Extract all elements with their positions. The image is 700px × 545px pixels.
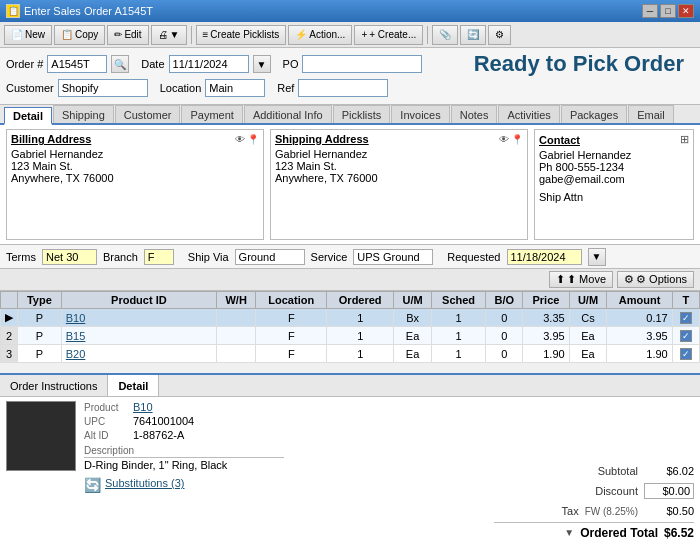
checkbox-2[interactable]: ✓	[680, 330, 692, 342]
maximize-button[interactable]: □	[660, 4, 676, 18]
date-input[interactable]	[169, 55, 249, 73]
refresh-button[interactable]: 🔄	[460, 25, 486, 45]
contact-name: Gabriel Hernandez	[539, 149, 689, 161]
tab-notes[interactable]: Notes	[451, 105, 498, 123]
branch-input[interactable]	[144, 249, 174, 265]
row-product-3[interactable]: B20	[61, 345, 216, 363]
table-row[interactable]: 3 P B20 F 1 Ea 1 0 1.90 Ea 1.90 ✓	[1, 345, 700, 363]
options-button[interactable]: ⚙ ⚙ Options	[617, 271, 694, 288]
settings-button[interactable]: ⚙	[488, 25, 511, 45]
minimize-button[interactable]: ─	[642, 4, 658, 18]
ref-input[interactable]	[298, 79, 388, 97]
action-button[interactable]: ⚡ Action...	[288, 25, 352, 45]
tab-shipping[interactable]: Shipping	[53, 105, 114, 123]
terms-input[interactable]	[42, 249, 97, 265]
po-input[interactable]	[302, 55, 422, 73]
row-t-1[interactable]: ✓	[672, 309, 699, 327]
upc-value: 7641001004	[133, 415, 194, 427]
row-t-3[interactable]: ✓	[672, 345, 699, 363]
row-um2-2: Ea	[569, 327, 607, 345]
row-um2-3: Ea	[569, 345, 607, 363]
discount-input[interactable]	[644, 483, 694, 499]
row-sched-3: 1	[431, 345, 485, 363]
table-row[interactable]: 2 P B15 F 1 Ea 1 0 3.95 Ea 3.95 ✓	[1, 327, 700, 345]
row-price-1: 3.35	[523, 309, 569, 327]
row-selector-3[interactable]: 3	[1, 345, 18, 363]
row-bo-1: 0	[486, 309, 523, 327]
substitutions-icon: 🔄	[84, 477, 101, 493]
contact-email: gabe@email.com	[539, 173, 689, 185]
contact-box: Contact ⊞ Gabriel Hernandez Ph 800-555-1…	[534, 129, 694, 240]
billing-pin-icon[interactable]: 📍	[247, 134, 259, 145]
edit-button[interactable]: ✏ Edit	[107, 25, 148, 45]
tab-customer[interactable]: Customer	[115, 105, 181, 123]
billing-eye-icon[interactable]: 👁	[235, 134, 245, 145]
tab-packages[interactable]: Packages	[561, 105, 627, 123]
requested-input[interactable]	[507, 249, 582, 265]
shipvia-input[interactable]	[235, 249, 305, 265]
tab-invoices[interactable]: Invoices	[391, 105, 449, 123]
tab-additional-info[interactable]: Additional Info	[244, 105, 332, 123]
checkbox-1[interactable]: ✓	[680, 312, 692, 324]
subtotal-value: $6.02	[644, 465, 694, 477]
shipping-pin-icon[interactable]: 📍	[511, 134, 523, 145]
location-input[interactable]	[205, 79, 265, 97]
addresses-area: Billing Address 👁 📍 Gabriel Hernandez 12…	[0, 125, 700, 245]
move-button[interactable]: ⬆ ⬆ Move	[549, 271, 613, 288]
row-selector-2[interactable]: 2	[1, 327, 18, 345]
bottom-content: Product B10 UPC 7641001004 Alt ID 1-8876…	[0, 397, 700, 545]
date-picker-button[interactable]: ▼	[253, 55, 271, 73]
service-input[interactable]	[353, 249, 433, 265]
table-row[interactable]: ▶ P B10 F 1 Bx 1 0 3.35 Cs 0.17 ✓	[1, 309, 700, 327]
customer-label: Customer	[6, 82, 54, 94]
product-label: Product	[84, 402, 129, 413]
tab-payment[interactable]: Payment	[181, 105, 242, 123]
new-button[interactable]: 📄 New	[4, 25, 52, 45]
edit-icon: ✏	[114, 29, 122, 40]
bottom-tab-detail[interactable]: Detail	[108, 375, 159, 396]
checkbox-3[interactable]: ✓	[680, 348, 692, 360]
po-label: PO	[283, 58, 299, 70]
row-product-1[interactable]: B10	[61, 309, 216, 327]
substitutions-link[interactable]: Substitutions (3)	[105, 477, 184, 489]
row-t-2[interactable]: ✓	[672, 327, 699, 345]
ready-to-pick-label: Ready to Pick Order	[426, 52, 694, 76]
requested-date-picker[interactable]: ▼	[588, 248, 606, 266]
order-search-button[interactable]: 🔍	[111, 55, 129, 73]
product-link[interactable]: B10	[133, 401, 153, 413]
contact-title: Contact	[539, 134, 580, 146]
print-button[interactable]: 🖨 ▼	[151, 25, 187, 45]
billing-name: Gabriel Hernandez	[11, 148, 259, 160]
billing-address-box: Billing Address 👁 📍 Gabriel Hernandez 12…	[6, 129, 264, 240]
order-table-area: Type Product ID W/H Location Ordered U/M…	[0, 291, 700, 375]
shipping-eye-icon[interactable]: 👁	[499, 134, 509, 145]
paperclip-button[interactable]: 📎	[432, 25, 458, 45]
col-type: Type	[18, 292, 62, 309]
shipping-street: 123 Main St.	[275, 160, 523, 172]
tab-detail[interactable]: Detail	[4, 107, 52, 125]
product-image	[6, 401, 76, 471]
service-label: Service	[311, 251, 348, 263]
tab-email[interactable]: Email	[628, 105, 674, 123]
close-button[interactable]: ✕	[678, 4, 694, 18]
location-label: Location	[160, 82, 202, 94]
order-input[interactable]	[47, 55, 107, 73]
tab-activities[interactable]: Activities	[498, 105, 559, 123]
ordered-total-value: $6.52	[664, 526, 694, 540]
copy-button[interactable]: 📋 Copy	[54, 25, 105, 45]
tab-picklists[interactable]: Picklists	[333, 105, 391, 123]
subtotal-label: Subtotal	[598, 465, 638, 477]
row-selector-1[interactable]: ▶	[1, 309, 18, 327]
bottom-tab-order-instructions[interactable]: Order Instructions	[0, 375, 108, 396]
create-icon: +	[361, 29, 367, 40]
create-picklists-button[interactable]: ≡ Create Picklists	[196, 25, 287, 45]
create-button[interactable]: + + Create...	[354, 25, 423, 45]
title-bar: 📋 Enter Sales Order A1545T ─ □ ✕	[0, 0, 700, 22]
contact-expand-icon[interactable]: ⊞	[680, 133, 689, 146]
row-um1-1: Bx	[394, 309, 432, 327]
customer-input[interactable]	[58, 79, 148, 97]
col-um2: U/M	[569, 292, 607, 309]
order-table: Type Product ID W/H Location Ordered U/M…	[0, 291, 700, 363]
row-product-2[interactable]: B15	[61, 327, 216, 345]
row-ordered-1: 1	[327, 309, 394, 327]
